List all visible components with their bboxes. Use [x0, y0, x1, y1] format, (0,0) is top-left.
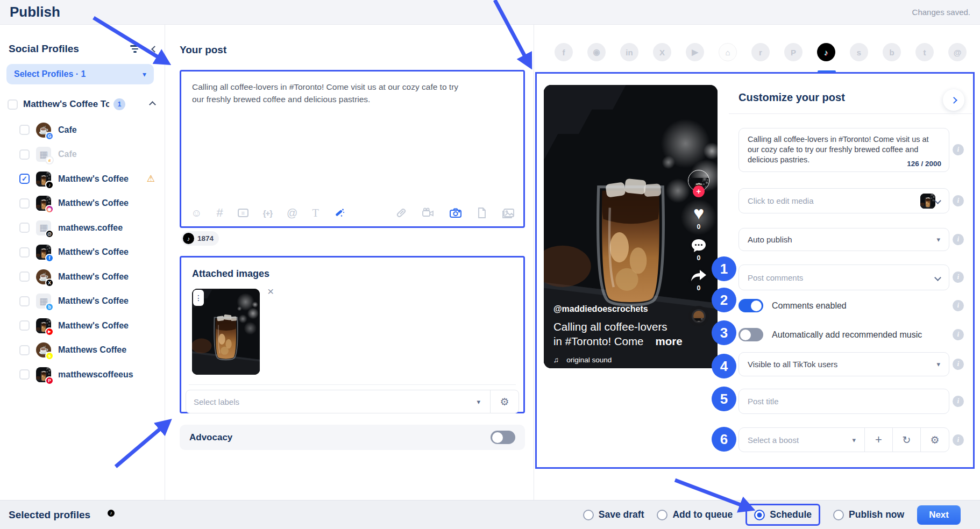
camera-icon[interactable] — [449, 207, 462, 219]
filter-icon[interactable] — [130, 44, 140, 54]
select-labels-dropdown[interactable]: Select labels ▾ ⚙ — [186, 390, 519, 413]
visibility-dropdown[interactable]: Visible to all TikTok users ▾ — [738, 352, 949, 376]
post-comments-dropdown[interactable]: Post comments — [738, 264, 949, 290]
info-icon[interactable] — [953, 195, 964, 206]
comments-enabled-toggle[interactable] — [738, 299, 763, 312]
tiktok-icon: ♪ — [183, 233, 194, 244]
add-to-queue-option[interactable]: Add to queue — [657, 509, 733, 520]
profile-row[interactable]: ♪ Matthew's Coffee ⚠ — [0, 167, 165, 191]
caption-field[interactable]: Calling all coffee-lovers in #Toronto! C… — [738, 128, 949, 172]
group-checkbox[interactable] — [8, 99, 18, 110]
profile-checkbox[interactable] — [19, 345, 30, 355]
saved-captions-icon[interactable]: ≡ — [238, 209, 248, 217]
save-draft-radio[interactable] — [583, 510, 594, 520]
media-library-icon[interactable] — [502, 207, 515, 219]
publish-now-radio[interactable] — [833, 510, 844, 520]
info-icon[interactable] — [953, 329, 964, 340]
profile-checkbox[interactable] — [19, 247, 30, 258]
music-note-icon: ♫ — [553, 356, 559, 364]
emoji-icon[interactable]: ☺ — [191, 207, 202, 219]
edit-media-dropdown[interactable]: Click to edit media — [738, 188, 949, 213]
chevron-down-icon — [934, 274, 941, 281]
bluesky-icon[interactable]: b — [883, 43, 901, 61]
profile-row[interactable]: ☕ G Cafe — [0, 118, 165, 142]
profile-checkbox[interactable] — [19, 296, 30, 306]
collapse-panel-button[interactable] — [943, 89, 964, 111]
profile-checkbox[interactable] — [19, 174, 30, 184]
your-post-title: Your post — [180, 44, 226, 56]
instagram-icon[interactable]: ◉ — [587, 43, 606, 61]
select-profiles-dropdown[interactable]: Select Profiles · 1 ▾ — [6, 64, 154, 84]
profile-checkbox[interactable] — [19, 125, 30, 135]
save-draft-option[interactable]: Save draft — [583, 509, 644, 520]
auto-publish-dropdown[interactable]: Auto publish ▾ — [738, 228, 949, 251]
info-icon[interactable] — [953, 300, 964, 311]
mention-icon[interactable]: @ — [287, 207, 297, 219]
chevron-up-icon[interactable] — [149, 101, 156, 108]
next-button[interactable]: Next — [917, 505, 961, 525]
profile-checkbox[interactable] — [19, 149, 30, 160]
hashtag-icon[interactable]: # — [216, 206, 223, 220]
refresh-boost-icon[interactable]: ↻ — [893, 428, 921, 452]
youtube-icon[interactable]: ▶ — [686, 43, 704, 61]
profile-row[interactable]: ☕ X Matthew's Coffee — [0, 264, 165, 289]
variables-icon[interactable]: {+} — [263, 209, 272, 218]
info-icon[interactable] — [953, 396, 964, 407]
profile-row[interactable]: ☕ s Matthews Coffee — [0, 338, 165, 363]
comment-count: 0 — [687, 254, 710, 262]
post-editor[interactable]: Calling all coffee-lovers in #Toronto! C… — [180, 70, 525, 228]
collapse-sidebar-icon[interactable] — [151, 46, 158, 53]
labels-settings-icon[interactable]: ⚙ — [491, 396, 519, 408]
google-business-icon[interactable]: ⌂ — [719, 43, 737, 61]
reddit-icon[interactable]: r — [751, 43, 770, 61]
pinterest-icon[interactable]: P — [784, 43, 803, 61]
info-icon[interactable] — [953, 434, 964, 446]
schedule-radio[interactable] — [754, 510, 765, 520]
advocacy-toggle[interactable] — [491, 431, 515, 444]
post-title-field[interactable]: Post title — [738, 389, 949, 414]
snapchat-icon[interactable]: s — [850, 43, 868, 61]
profile-row[interactable]: ▦ ıl Cafe — [0, 142, 165, 167]
tiktok-sound-row: ♫ original sound — [553, 356, 612, 364]
profile-row[interactable]: f Matthew's Coffee — [0, 240, 165, 265]
schedule-option[interactable]: Schedule — [754, 509, 812, 520]
char-counter: 126 / 2000 — [907, 160, 941, 168]
text-format-icon[interactable]: T — [312, 207, 318, 219]
info-icon[interactable] — [953, 234, 964, 245]
info-icon[interactable] — [953, 144, 964, 155]
profile-row[interactable]: ◉ Matthew's Coffee — [0, 191, 165, 216]
profile-group-header[interactable]: Matthew's Coffee To… 1 — [8, 98, 158, 110]
profile-row[interactable]: P matthewscoffeeus — [0, 362, 165, 387]
tumblr-icon[interactable]: t — [915, 43, 934, 61]
info-icon[interactable] — [953, 359, 964, 370]
add-boost-button[interactable]: + — [865, 428, 893, 452]
add-to-queue-radio[interactable] — [657, 510, 667, 520]
document-icon[interactable] — [477, 207, 487, 219]
publish-now-option[interactable]: Publish now — [833, 509, 904, 520]
remove-image-icon[interactable]: × — [267, 285, 274, 297]
image-menu-icon[interactable]: ⋮ — [193, 290, 204, 306]
tiktok-icon[interactable]: ♪ — [817, 43, 835, 61]
facebook-icon[interactable]: f — [555, 43, 573, 61]
info-icon[interactable] — [953, 271, 964, 283]
linkedin-icon[interactable]: in — [620, 43, 638, 61]
profile-row[interactable]: ▦ @ mathews.coffee — [0, 216, 165, 240]
x-icon[interactable]: X — [653, 43, 671, 61]
profile-row[interactable]: ▶ Matthew's Coffee — [0, 313, 165, 338]
auto-music-toggle[interactable] — [738, 328, 763, 341]
boost-settings-icon[interactable]: ⚙ — [921, 428, 949, 452]
threads-icon[interactable]: @ — [948, 43, 967, 61]
link-icon[interactable] — [395, 207, 407, 219]
profile-row[interactable]: ▦ b Matthew's Coffee — [0, 289, 165, 314]
select-boost-dropdown[interactable]: Select a boost ▾ — [739, 428, 865, 452]
ai-assistant-icon[interactable] — [333, 207, 345, 219]
profile-checkbox[interactable] — [19, 223, 30, 233]
attached-image[interactable]: ⋮ — [192, 289, 260, 375]
sound-label: original sound — [566, 356, 612, 364]
profile-checkbox[interactable] — [19, 320, 30, 331]
profile-checkbox[interactable] — [19, 198, 30, 209]
video-icon[interactable] — [422, 207, 435, 219]
profile-checkbox[interactable] — [19, 271, 30, 282]
post-text[interactable]: Calling all coffee-lovers in #Toronto! C… — [181, 72, 482, 115]
profile-checkbox[interactable] — [19, 369, 30, 380]
